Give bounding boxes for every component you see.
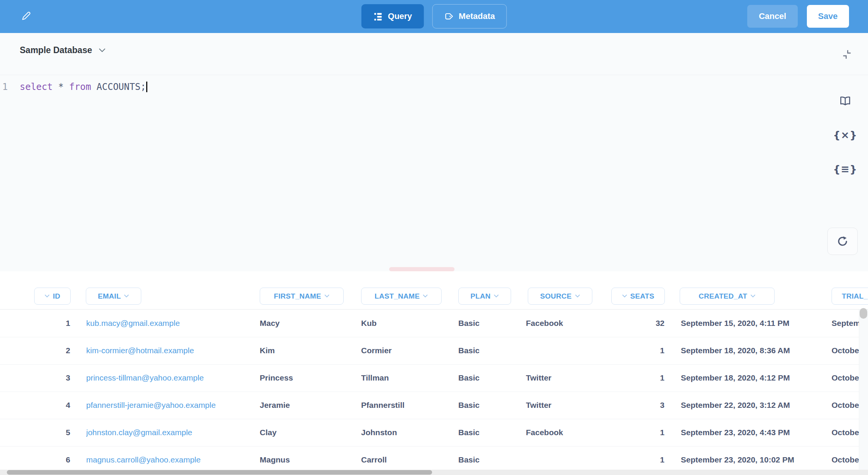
cell-trial-ends[interactable]: Septemb: [832, 310, 859, 337]
cell-trial-ends[interactable]: October: [832, 446, 859, 470]
cell-seats[interactable]: 1: [607, 364, 664, 392]
snippets-icon: {≡}: [833, 163, 857, 175]
book-icon: [839, 95, 852, 108]
pane-resize-handle[interactable]: [389, 267, 455, 271]
column-header-id[interactable]: ID: [34, 288, 71, 305]
topbar-actions: Cancel Save: [747, 5, 849, 28]
cell-trial-ends[interactable]: October: [832, 364, 859, 392]
chevron-down-icon: [423, 294, 428, 298]
column-header-email[interactable]: EMAIL: [86, 288, 141, 305]
chevron-down-icon: [324, 294, 330, 298]
cell-last-name[interactable]: Carroll: [361, 446, 454, 470]
cell-last-name[interactable]: Kub: [361, 310, 454, 337]
cell-id[interactable]: 3: [23, 364, 70, 392]
cell-id[interactable]: 5: [23, 419, 70, 446]
cell-created-at[interactable]: September 18, 2020, 4:12 PM: [681, 364, 827, 392]
cell-seats[interactable]: 1: [607, 446, 664, 470]
cell-email-link[interactable]: magnus.carroll@yahoo.example: [86, 446, 249, 470]
cell-plan[interactable]: Basic: [458, 419, 523, 446]
cell-last-name[interactable]: Pfannerstill: [361, 392, 454, 419]
cell-email-link[interactable]: princess-tillman@yahoo.example: [86, 364, 249, 392]
database-name: Sample Database: [20, 45, 92, 55]
cell-source[interactable]: [526, 446, 604, 470]
database-selector[interactable]: Sample Database: [20, 45, 106, 55]
edit-name-button[interactable]: [19, 8, 33, 24]
column-header-created-at[interactable]: CREATED_AT: [680, 288, 775, 305]
cell-first-name[interactable]: Macy: [260, 310, 357, 337]
database-selector-row: Sample Database: [0, 33, 868, 75]
cell-id[interactable]: 4: [23, 392, 70, 419]
column-header-trial-ends[interactable]: TRIAL_E: [832, 288, 868, 305]
cell-seats[interactable]: 1: [607, 419, 664, 446]
horizontal-scrollbar-thumb[interactable]: [7, 470, 432, 475]
cell-email-link[interactable]: kub.macy@gmail.example: [86, 310, 249, 337]
cell-plan[interactable]: Basic: [458, 310, 523, 337]
cell-source[interactable]: Twitter: [526, 364, 604, 392]
cell-created-at[interactable]: September 18, 2020, 8:36 AM: [681, 337, 827, 364]
cell-last-name[interactable]: Johnston: [361, 419, 454, 446]
cell-plan[interactable]: Basic: [458, 364, 523, 392]
cell-plan[interactable]: Basic: [458, 446, 523, 470]
column-header-seats[interactable]: SEATS: [611, 288, 665, 305]
cell-trial-ends[interactable]: October: [832, 337, 859, 364]
query-editor-app: Query Metadata Cancel Save Sample Databa…: [0, 0, 868, 475]
cell-trial-ends[interactable]: October: [832, 392, 859, 419]
refresh-query-button[interactable]: [827, 228, 858, 255]
cell-email-link[interactable]: kim-cormier@hotmail.example: [86, 337, 249, 364]
list-icon: [373, 11, 383, 21]
cell-first-name[interactable]: Magnus: [260, 446, 357, 470]
save-button[interactable]: Save: [807, 5, 849, 28]
cell-first-name[interactable]: Princess: [260, 364, 357, 392]
cell-id[interactable]: 1: [23, 310, 70, 337]
cell-seats[interactable]: 1: [607, 337, 664, 364]
column-header-source[interactable]: SOURCE: [528, 288, 592, 305]
cell-first-name[interactable]: Clay: [260, 419, 357, 446]
variables-icon: {×}: [833, 129, 857, 141]
cell-source[interactable]: Facebook: [526, 419, 604, 446]
cell-plan[interactable]: Basic: [458, 392, 523, 419]
tab-query[interactable]: Query: [361, 4, 424, 28]
table-row: 6 magnus.carroll@yahoo.example Magnus Ca…: [0, 446, 859, 470]
cancel-button[interactable]: Cancel: [747, 5, 797, 28]
cell-email-link[interactable]: johnston.clay@gmail.example: [86, 419, 249, 446]
cell-created-at[interactable]: September 22, 2020, 3:12 AM: [681, 392, 827, 419]
column-header-first-name[interactable]: FIRST_NAME: [260, 288, 344, 305]
cell-first-name[interactable]: Jeramie: [260, 392, 357, 419]
refresh-icon: [836, 235, 849, 247]
variables-button[interactable]: {×}: [833, 126, 857, 143]
topbar: Query Metadata Cancel Save: [0, 0, 868, 33]
chevron-down-icon: [494, 294, 499, 298]
vertical-scrollbar-track: [859, 310, 868, 470]
column-header-last-name[interactable]: LAST_NAME: [361, 288, 442, 305]
cell-last-name[interactable]: Tillman: [361, 364, 454, 392]
chevron-down-icon: [99, 48, 106, 53]
cell-created-at[interactable]: September 23, 2020, 4:43 PM: [681, 419, 827, 446]
chevron-down-icon: [622, 294, 627, 298]
cell-first-name[interactable]: Kim: [260, 337, 357, 364]
cell-trial-ends[interactable]: October: [832, 419, 859, 446]
data-reference-button[interactable]: [833, 93, 857, 110]
snippets-button[interactable]: {≡}: [833, 160, 857, 177]
column-header-plan[interactable]: PLAN: [458, 288, 511, 305]
vertical-scrollbar-thumb[interactable]: [860, 308, 867, 319]
cell-created-at[interactable]: September 23, 2020, 10:02 PM: [681, 446, 827, 470]
cell-plan[interactable]: Basic: [458, 337, 523, 364]
cell-seats[interactable]: 3: [607, 392, 664, 419]
cell-id[interactable]: 2: [23, 337, 70, 364]
cell-seats[interactable]: 32: [607, 310, 664, 337]
chevron-down-icon: [750, 294, 756, 298]
cell-id[interactable]: 6: [23, 446, 70, 470]
tab-metadata[interactable]: Metadata: [432, 4, 507, 28]
editor-sidebar-tools: {×} {≡}: [822, 33, 868, 271]
cell-created-at[interactable]: September 15, 2020, 4:11 PM: [681, 310, 827, 337]
cell-source[interactable]: Twitter: [526, 392, 604, 419]
cell-email-link[interactable]: pfannerstill-jeramie@yahoo.example: [86, 392, 249, 419]
table-row: 3 princess-tillman@yahoo.example Princes…: [0, 364, 859, 392]
cell-last-name[interactable]: Cormier: [361, 337, 454, 364]
sql-input[interactable]: 1 select * from ACCOUNTS;: [0, 78, 822, 101]
results-table: ID EMAIL FIRST_NAME LAST_NAME PLAN SOURC…: [0, 271, 868, 475]
sql-text: select * from ACCOUNTS;: [20, 82, 147, 92]
cell-source[interactable]: [526, 337, 604, 364]
text-cursor: [146, 82, 147, 92]
cell-source[interactable]: Facebook: [526, 310, 604, 337]
